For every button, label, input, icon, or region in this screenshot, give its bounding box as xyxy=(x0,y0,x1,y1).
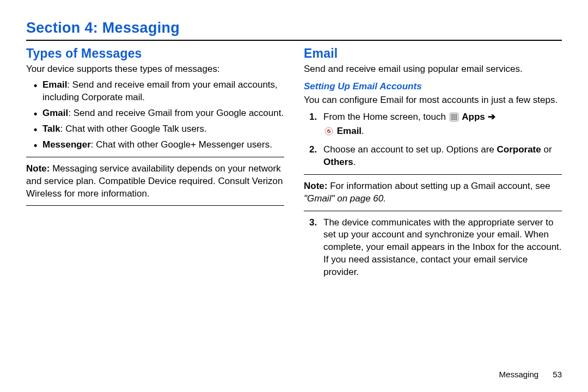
note-text: Messaging service availability depends o… xyxy=(26,163,283,199)
email-intro: Send and receive email using popular ema… xyxy=(304,63,562,76)
step2-period: . xyxy=(353,157,356,167)
note2-label: Note: xyxy=(304,181,327,191)
setup-intro: You can configure Email for most account… xyxy=(304,94,562,107)
subheading-setting-up-email: Setting Up Email Accounts xyxy=(304,81,562,92)
two-column-layout: Types of Messages Your device supports t… xyxy=(26,46,562,283)
right-column: Email Send and receive email using popul… xyxy=(304,46,562,283)
bullet-text: : Chat with other Google Talk users. xyxy=(60,124,207,134)
bullet-label: Talk xyxy=(42,124,60,134)
step2-corporate: Corporate xyxy=(497,144,541,155)
svg-rect-8 xyxy=(453,118,455,120)
step1-apps-label: Apps xyxy=(462,112,485,122)
bullet-text: : Send and receive Gmail from your Googl… xyxy=(68,108,284,118)
step2-mid: or xyxy=(541,144,552,155)
note2-ref: "Gmail" xyxy=(304,193,334,204)
step2-text-a: Choose an account to set up. Options are xyxy=(323,144,497,155)
step1-email-label: Email xyxy=(337,126,362,136)
footer-chapter: Messaging xyxy=(499,370,539,379)
page-footer: Messaging 53 xyxy=(499,370,562,379)
svg-rect-1 xyxy=(451,114,453,116)
svg-rect-6 xyxy=(455,117,457,118)
note2-block: Note: For information about setting up a… xyxy=(304,180,562,205)
section-title: Section 4: Messaging xyxy=(26,20,562,36)
svg-rect-4 xyxy=(451,117,453,118)
heading-types-of-messages: Types of Messages xyxy=(26,46,284,61)
step-3: The device communicates with the appropr… xyxy=(304,217,562,279)
footer-page-number: 53 xyxy=(553,370,562,379)
bullet-text: : Send and receive email from your email… xyxy=(42,79,278,102)
note2-bottom-rule xyxy=(304,211,562,211)
bullet-label: Email xyxy=(42,79,67,90)
note-bottom-rule xyxy=(26,205,284,206)
note-label: Note: xyxy=(26,163,50,174)
bullet-label: Gmail xyxy=(42,108,68,118)
step-1: From the Home screen, touch Apps ➔ xyxy=(304,111,562,139)
svg-rect-7 xyxy=(451,118,453,120)
email-icon xyxy=(324,127,333,139)
svg-rect-5 xyxy=(453,117,455,118)
svg-rect-2 xyxy=(453,114,455,116)
step2-others: Others xyxy=(323,157,353,167)
svg-rect-3 xyxy=(455,114,457,116)
apps-icon xyxy=(450,113,458,125)
bullet-label: Messenger xyxy=(42,139,91,150)
manual-page: Section 4: Messaging Types of Messages Y… xyxy=(0,0,588,392)
step1-period: . xyxy=(362,126,364,136)
list-item: Messenger: Chat with other Google+ Messe… xyxy=(36,139,284,151)
message-types-list: Email: Send and receive email from your … xyxy=(26,79,284,151)
note-top-rule xyxy=(26,157,284,157)
left-intro: Your device supports these types of mess… xyxy=(26,63,284,76)
note-block: Note: Messaging service availability dep… xyxy=(26,163,284,200)
step1-text-a: From the Home screen, touch xyxy=(323,112,449,122)
bullet-text: : Chat with other Google+ Messenger user… xyxy=(91,139,272,150)
title-rule xyxy=(26,40,562,41)
list-item: Email: Send and receive email from your … xyxy=(36,79,284,104)
setup-steps-cont: The device communicates with the appropr… xyxy=(304,217,562,279)
left-column: Types of Messages Your device supports t… xyxy=(26,46,284,283)
setup-steps: From the Home screen, touch Apps ➔ xyxy=(304,111,562,169)
note2-top-rule xyxy=(304,174,562,175)
arrow-icon: ➔ xyxy=(485,112,495,122)
heading-email: Email xyxy=(304,46,562,61)
note2-text-a: For information about setting up a Gmail… xyxy=(327,181,550,191)
list-item: Talk: Chat with other Google Talk users. xyxy=(36,123,284,136)
list-item: Gmail: Send and receive Gmail from your … xyxy=(36,107,284,120)
note2-text-b: on page 60. xyxy=(334,193,386,204)
step-2: Choose an account to set up. Options are… xyxy=(304,144,562,169)
svg-rect-9 xyxy=(455,118,457,120)
